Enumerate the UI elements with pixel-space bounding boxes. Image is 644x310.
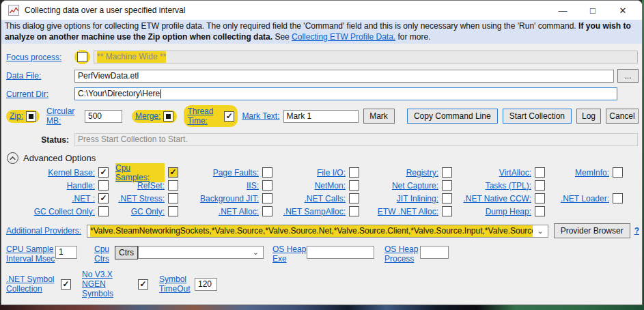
advanced-option-label[interactable]: GC Collect Only: bbox=[34, 207, 95, 216]
circular-mb-label[interactable]: Circular MB: bbox=[46, 107, 74, 126]
advanced-option-label[interactable]: Background JIT: bbox=[200, 194, 259, 203]
advanced-option-checkbox[interactable] bbox=[349, 167, 359, 178]
advanced-option-checkbox[interactable] bbox=[168, 180, 178, 191]
advanced-option-checkbox[interactable] bbox=[442, 167, 452, 178]
advanced-option-label[interactable]: Net Capture: bbox=[392, 181, 438, 191]
symbol-timeout-label[interactable]: Symbol TimeOut bbox=[159, 274, 191, 294]
chevron-down-icon[interactable]: ⌄ bbox=[533, 225, 547, 237]
data-file-input[interactable]: PerfViewData.etl bbox=[74, 70, 614, 83]
zip-checkbox[interactable] bbox=[26, 111, 36, 122]
browse-button[interactable]: ... bbox=[617, 69, 639, 83]
current-dir-input[interactable]: C:\Your\Directory\Here bbox=[74, 87, 617, 100]
advanced-option-checkbox[interactable] bbox=[442, 180, 452, 191]
advanced-option-checkbox[interactable] bbox=[349, 180, 359, 191]
additional-providers-combobox[interactable]: *Valve.SteamNetworkingSockets,*Valve.Sou… bbox=[87, 225, 548, 238]
net-symbol-collection-checkbox[interactable]: ✓ bbox=[61, 279, 71, 290]
advanced-option-checkbox[interactable] bbox=[442, 193, 452, 203]
advanced-option-label[interactable]: ETW .NET Alloc: bbox=[378, 207, 438, 216]
advanced-option-checkbox[interactable] bbox=[262, 206, 272, 216]
advanced-option-checkbox[interactable]: ✓ bbox=[168, 167, 178, 178]
advanced-option-label[interactable]: .NET Calls: bbox=[305, 194, 346, 203]
advanced-option-label[interactable]: JIT Inlining: bbox=[397, 194, 438, 203]
advanced-options-collapse-icon[interactable] bbox=[7, 152, 18, 164]
advanced-option-label[interactable]: Tasks (TPL): bbox=[486, 181, 531, 191]
additional-providers-label[interactable]: Additional Providers: bbox=[6, 226, 81, 236]
net-symbol-collection-label[interactable]: .NET Symbol Collection bbox=[6, 274, 54, 294]
advanced-option-label[interactable]: .NET Native CCW: bbox=[463, 194, 531, 203]
advanced-option-checkbox[interactable] bbox=[349, 193, 359, 203]
advanced-option-checkbox[interactable]: ✓ bbox=[98, 167, 109, 178]
advanced-option-label[interactable]: MemInfo: bbox=[575, 168, 609, 178]
collecting-etw-profile-data-link[interactable]: Collecting ETW Profile Data. bbox=[292, 32, 395, 42]
cancel-button[interactable]: Cancel bbox=[606, 109, 639, 124]
advanced-option-label[interactable]: GC Only: bbox=[131, 207, 165, 216]
advanced-option-label[interactable]: .NET SampAlloc: bbox=[283, 207, 346, 216]
advanced-option-checkbox[interactable] bbox=[535, 193, 545, 203]
chevron-down-icon[interactable]: ⌄ bbox=[249, 246, 263, 258]
thread-time-checkbox[interactable]: ✓ bbox=[224, 111, 234, 122]
advanced-option-label[interactable]: RefSet: bbox=[137, 181, 165, 191]
os-heap-exe-label[interactable]: OS Heap Exe bbox=[272, 244, 306, 264]
os-heap-exe-input[interactable] bbox=[307, 246, 374, 259]
provider-help-link[interactable]: ? bbox=[634, 226, 639, 236]
copy-command-line-button[interactable]: Copy Command Line bbox=[407, 109, 498, 124]
advanced-option-label[interactable]: Dump Heap: bbox=[486, 207, 531, 216]
stop-trigger-label[interactable]: Stop Trigger bbox=[91, 305, 117, 305]
close-icon[interactable]: ✕ bbox=[608, 1, 638, 19]
provider-browser-button[interactable]: Provider Browser bbox=[554, 223, 630, 238]
focus-process-label[interactable]: Focus process: bbox=[6, 53, 61, 62]
mark-text-label[interactable]: Mark Text: bbox=[242, 111, 279, 121]
focus-process-checkbox[interactable] bbox=[77, 52, 87, 62]
log-button[interactable]: Log bbox=[576, 109, 601, 124]
advanced-option-checkbox[interactable] bbox=[535, 167, 545, 178]
merge-label[interactable]: Merge: bbox=[135, 111, 160, 121]
start-collection-button[interactable]: Start Collection bbox=[503, 109, 572, 124]
advanced-option-checkbox[interactable] bbox=[168, 193, 178, 203]
advanced-option-label[interactable]: IIS: bbox=[247, 181, 259, 191]
advanced-option-label[interactable]: .NET : bbox=[72, 194, 95, 203]
thread-time-label[interactable]: Thread Time: bbox=[187, 107, 213, 126]
advanced-option-checkbox[interactable]: ✓ bbox=[98, 193, 109, 203]
advanced-option-checkbox[interactable] bbox=[262, 193, 272, 203]
cpu-ctrs-label[interactable]: Cpu Ctrs bbox=[94, 244, 109, 264]
no-ngen-symbols-label[interactable]: No V3.X NGEN Symbols bbox=[82, 270, 113, 298]
advanced-option-label[interactable]: .NET Loader: bbox=[561, 194, 609, 203]
advanced-option-checkbox[interactable] bbox=[262, 180, 272, 191]
cpu-sample-interval-input[interactable]: 1 bbox=[55, 246, 77, 259]
advanced-option-label[interactable]: Kernel Base: bbox=[48, 168, 95, 178]
ctrs-button[interactable]: Ctrs bbox=[115, 246, 138, 259]
advanced-option-label[interactable]: File I/O: bbox=[317, 168, 346, 178]
os-heap-process-input[interactable] bbox=[420, 246, 449, 259]
mark-text-input[interactable]: Mark 1 bbox=[283, 110, 359, 123]
advanced-option-label[interactable]: Page Faults: bbox=[213, 168, 259, 178]
data-file-label[interactable]: Data File: bbox=[6, 71, 41, 81]
advanced-option-checkbox[interactable] bbox=[349, 206, 359, 216]
zip-label[interactable]: Zip: bbox=[10, 111, 23, 121]
circular-mb-input[interactable]: 500 bbox=[85, 110, 122, 123]
advanced-option-checkbox[interactable] bbox=[168, 206, 178, 216]
merge-checkbox[interactable] bbox=[163, 111, 173, 122]
advanced-option-label[interactable]: Registry: bbox=[406, 168, 438, 178]
max-collect-sec-label[interactable]: Max Collect Sec bbox=[6, 305, 49, 305]
advanced-option-checkbox[interactable] bbox=[262, 167, 272, 178]
advanced-option-checkbox[interactable] bbox=[98, 206, 109, 216]
advanced-option-checkbox[interactable] bbox=[535, 180, 545, 191]
current-dir-label[interactable]: Current Dir: bbox=[6, 89, 48, 99]
maximize-icon[interactable]: □ bbox=[578, 1, 608, 19]
advanced-option-label[interactable]: .NET Stress: bbox=[118, 194, 165, 203]
advanced-option-checkbox[interactable] bbox=[442, 206, 452, 216]
advanced-option-label[interactable]: VirtAlloc: bbox=[499, 168, 531, 178]
advanced-option-checkbox[interactable] bbox=[98, 180, 109, 191]
symbol-timeout-input[interactable]: 120 bbox=[195, 278, 217, 291]
os-heap-process-label[interactable]: OS Heap Process bbox=[384, 244, 418, 264]
no-ngen-symbols-checkbox[interactable]: ✓ bbox=[138, 279, 148, 290]
cpu-sample-interval-label[interactable]: CPU Sample Interval Msec bbox=[6, 244, 55, 264]
minimize-icon[interactable]: — bbox=[548, 1, 578, 19]
advanced-option-checkbox[interactable] bbox=[613, 167, 623, 178]
advanced-option-label[interactable]: .NET Alloc: bbox=[219, 207, 259, 216]
cpu-ctrs-combobox[interactable]: ⌄ bbox=[138, 246, 264, 259]
advanced-option-label[interactable]: NetMon: bbox=[315, 181, 346, 191]
advanced-option-checkbox[interactable] bbox=[535, 206, 545, 216]
advanced-option-checkbox[interactable] bbox=[613, 193, 623, 203]
advanced-option-label[interactable]: Handle: bbox=[67, 181, 95, 191]
